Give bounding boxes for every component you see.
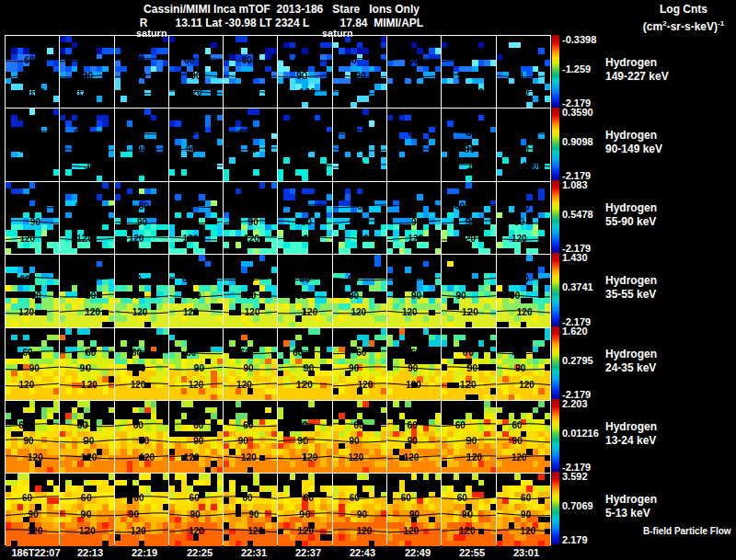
colorbar bbox=[552, 326, 559, 399]
saturn-direction-marker: saturn bbox=[136, 28, 167, 39]
stare-panel bbox=[224, 328, 277, 400]
time-tick-label: 22:55 bbox=[459, 547, 485, 558]
stare-panel bbox=[169, 401, 223, 473]
stare-panel bbox=[333, 328, 386, 400]
stare-panel bbox=[115, 474, 168, 545]
stare-panel bbox=[387, 255, 441, 326]
stare-panel bbox=[60, 401, 113, 473]
colorbar-tick-top: -0.3398 bbox=[562, 34, 596, 45]
stare-panel bbox=[278, 182, 331, 254]
stare-panel bbox=[387, 109, 441, 180]
log-cnts-label: Log Cnts bbox=[635, 3, 732, 17]
energy-band-label: 35-55 keV bbox=[605, 288, 656, 301]
energy-band-label: 149-227 keV bbox=[605, 70, 669, 83]
time-tick-label: 22:37 bbox=[295, 547, 321, 558]
time-tick-label: 22:13 bbox=[77, 547, 103, 558]
stare-panel bbox=[497, 328, 550, 400]
colorbar bbox=[552, 472, 559, 544]
stare-panel bbox=[60, 474, 113, 545]
stare-panel bbox=[387, 401, 441, 473]
stare-panel bbox=[60, 36, 113, 108]
energy-band-label: 5-13 keV bbox=[605, 507, 650, 520]
colorbar-tick-mid: 0.2795 bbox=[562, 355, 593, 366]
stare-panel bbox=[6, 474, 59, 545]
stare-panel bbox=[442, 401, 495, 473]
stare-panel bbox=[115, 109, 168, 180]
colorbar bbox=[552, 253, 559, 326]
plot-subtitle: R 13.11 Lat -30.98 LT 2324 L 17.84 MIMI/… bbox=[0, 17, 563, 29]
stare-panel bbox=[497, 255, 550, 326]
stare-panel bbox=[60, 109, 113, 180]
time-tick-label: 22:25 bbox=[187, 547, 213, 558]
time-tick-label: 23:01 bbox=[513, 547, 539, 558]
stare-panel bbox=[115, 401, 168, 473]
inca-stare-display: Cassini/MIMI Inca mTOF 2013-186 Stare Io… bbox=[0, 0, 736, 560]
stare-panel bbox=[442, 328, 495, 400]
time-tick-label: 22:19 bbox=[132, 547, 157, 558]
stare-panel bbox=[224, 36, 277, 108]
saturn-direction-marker: saturn bbox=[322, 28, 353, 39]
stare-panel bbox=[442, 255, 495, 326]
stare-panel bbox=[115, 182, 168, 254]
energy-species-label: Hydrogen bbox=[605, 493, 657, 506]
stare-panel bbox=[278, 255, 331, 326]
stare-panel bbox=[6, 328, 59, 400]
stare-panel bbox=[333, 182, 386, 254]
colorbar-tick-bottom: 2.179 bbox=[562, 534, 588, 545]
energy-species-label: Hydrogen bbox=[605, 129, 657, 142]
stare-panel bbox=[278, 474, 331, 545]
colorbar bbox=[552, 35, 559, 108]
energy-band-label: 90-149 keV bbox=[605, 143, 662, 155]
stare-panel bbox=[6, 255, 59, 326]
stare-panel bbox=[169, 474, 223, 545]
energy-species-label: Hydrogen bbox=[605, 56, 657, 69]
time-tick-label: 22:49 bbox=[405, 547, 431, 558]
stare-panel bbox=[333, 109, 386, 180]
stare-panel bbox=[442, 474, 495, 545]
stare-panel bbox=[387, 328, 441, 400]
stare-panel bbox=[115, 255, 168, 326]
time-tick-label: 22:31 bbox=[241, 547, 267, 558]
stare-panel bbox=[224, 182, 277, 254]
stare-panel bbox=[497, 401, 550, 473]
stare-panel bbox=[333, 474, 386, 545]
stare-panel bbox=[333, 36, 386, 108]
colorbar-tick-top: 1.430 bbox=[562, 252, 588, 263]
units-part: -sr-s-keV) bbox=[667, 20, 718, 33]
stare-panel bbox=[169, 255, 223, 326]
energy-species-label: Hydrogen bbox=[605, 274, 657, 287]
colorbar-tick-top: 2.203 bbox=[562, 398, 588, 409]
stare-panel bbox=[497, 474, 550, 545]
units-part: (cm bbox=[643, 20, 662, 33]
stare-panel bbox=[115, 36, 168, 108]
stare-panel bbox=[497, 109, 550, 180]
colorbar-tick-mid: 0.3741 bbox=[562, 281, 593, 292]
colorbar-tick-mid: -1.259 bbox=[562, 63, 591, 74]
energy-species-label: Hydrogen bbox=[605, 348, 657, 360]
stare-panel bbox=[6, 109, 59, 180]
time-tick-label: 186T22:07 bbox=[11, 547, 60, 558]
units-sup-neg1: -1 bbox=[718, 19, 724, 28]
energy-band-label: 55-90 keV bbox=[605, 215, 656, 228]
colorbar-tick-mid: 0.7069 bbox=[562, 500, 593, 511]
colorbar-tick-top: 3.592 bbox=[562, 471, 588, 482]
colorbar bbox=[552, 108, 559, 180]
energy-species-label: Hydrogen bbox=[605, 201, 657, 214]
stare-panel bbox=[333, 255, 386, 326]
stare-panel bbox=[442, 36, 495, 108]
time-tick-label: 22:43 bbox=[350, 547, 375, 558]
stare-panel bbox=[6, 401, 59, 473]
energy-band-label: 24-35 keV bbox=[605, 361, 656, 374]
stare-panel bbox=[169, 328, 223, 400]
stare-panel bbox=[387, 182, 441, 254]
energy-species-label: Hydrogen bbox=[605, 420, 657, 433]
stare-panel bbox=[115, 328, 168, 400]
stare-panel bbox=[442, 182, 495, 254]
stare-panel bbox=[333, 401, 386, 473]
colorbar-tick-mid: 0.5478 bbox=[562, 209, 593, 220]
stare-panel bbox=[60, 328, 113, 400]
stare-panel-grid bbox=[5, 35, 551, 545]
stare-panel bbox=[278, 401, 331, 473]
log-cnts-units: (cm2-sr-s-keV)-1 bbox=[635, 17, 732, 34]
colorbar-tick-top: 1.620 bbox=[562, 326, 588, 337]
